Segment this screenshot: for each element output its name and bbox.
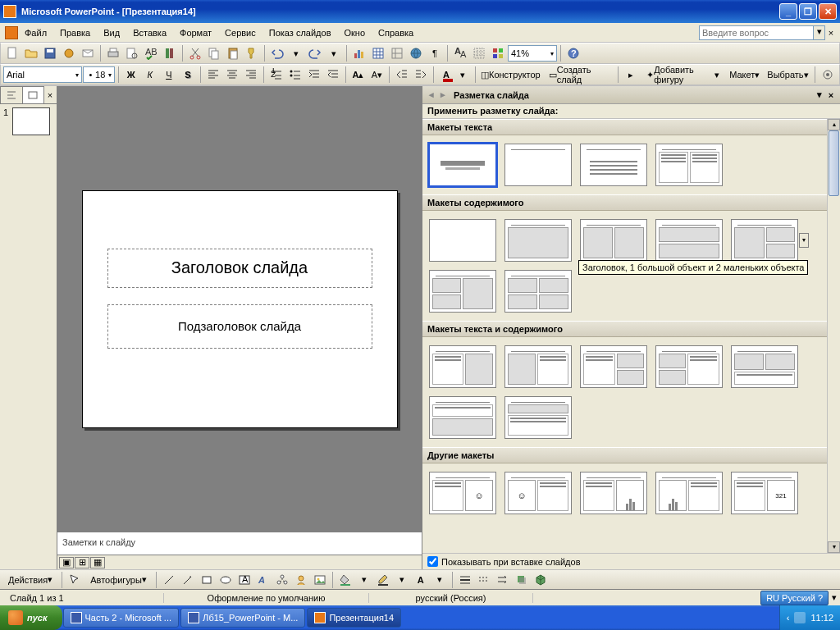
help-question-dropdown[interactable]: ▾ <box>814 25 825 40</box>
shadow-style-icon[interactable] <box>513 571 531 589</box>
research-icon[interactable] <box>161 44 179 62</box>
undo-dropdown[interactable]: ▾ <box>287 44 305 62</box>
add-shape-button[interactable]: ✦ Добавить фигуру ▾ <box>641 66 725 84</box>
layout-title-only[interactable] <box>504 144 572 186</box>
slide[interactable]: Заголовок слайда Подзаголовок слайда <box>82 190 398 428</box>
outline-tab[interactable] <box>0 86 23 103</box>
pointer-icon[interactable] <box>66 571 84 589</box>
gear-icon[interactable] <box>819 66 837 84</box>
bullets-button[interactable] <box>286 66 304 84</box>
undo-icon[interactable] <box>268 44 286 62</box>
clipart-icon[interactable] <box>292 571 310 589</box>
scroll-up-button[interactable]: ▴ <box>828 119 840 130</box>
copy-icon[interactable] <box>205 44 223 62</box>
tray-icon[interactable] <box>794 612 806 623</box>
layout-clipart-text[interactable]: ☺ <box>504 472 572 514</box>
toolbar-overflow[interactable]: ▸ <box>622 66 640 84</box>
line-icon[interactable] <box>160 571 178 589</box>
layout-2content-text[interactable] <box>655 345 723 388</box>
show-hide-icon[interactable]: ¶ <box>426 44 444 62</box>
subtitle-placeholder[interactable]: Подзаголовок слайда <box>107 304 372 349</box>
title-placeholder[interactable]: Заголовок слайда <box>107 249 372 288</box>
sorter-view-button[interactable]: ⊞ <box>75 557 89 568</box>
layout-text-chart[interactable] <box>580 472 647 514</box>
3d-style-icon[interactable] <box>532 571 550 589</box>
layout-text-media[interactable]: 321 <box>731 472 798 514</box>
autoshapes-menu[interactable]: Автофигуры ▾ <box>84 571 153 589</box>
help-question-box[interactable]: ▾ <box>699 25 825 40</box>
clock[interactable]: 11:12 <box>810 613 833 623</box>
show-grid-icon[interactable] <box>470 44 488 62</box>
layout-two-col-text[interactable] <box>655 144 723 186</box>
close-button[interactable]: ✕ <box>819 3 837 20</box>
document-icon[interactable] <box>5 26 18 39</box>
align-center-button[interactable] <box>223 66 241 84</box>
menu-slideshow[interactable]: Показ слайдов <box>262 26 338 39</box>
wordart-icon[interactable]: A <box>254 571 272 589</box>
line-style-icon[interactable] <box>456 571 474 589</box>
bold-button[interactable]: Ж <box>122 66 140 84</box>
rectangle-icon[interactable] <box>198 571 216 589</box>
spellcheck-icon[interactable]: ABC <box>142 44 160 62</box>
taskpane-forward-button[interactable]: ▸ <box>437 89 449 100</box>
tables-borders-icon[interactable] <box>388 44 406 62</box>
permission-icon[interactable] <box>60 44 78 62</box>
new-slide-button[interactable]: ▭ Создать слайд <box>543 66 615 84</box>
text-color-icon[interactable]: A <box>412 571 430 589</box>
text-color-dropdown[interactable]: ▾ <box>431 571 449 589</box>
redo-dropdown[interactable]: ▾ <box>325 44 343 62</box>
increase-indent-button[interactable] <box>305 66 323 84</box>
layout-content-over-text[interactable] <box>429 396 496 439</box>
line-color-dropdown[interactable]: ▾ <box>393 571 411 589</box>
menu-window[interactable]: Окно <box>338 26 372 39</box>
taskpane-back-button[interactable]: ◂ <box>426 89 437 100</box>
menu-view[interactable]: Вид <box>97 26 126 39</box>
start-button[interactable]: пуск <box>0 605 62 630</box>
slides-tab[interactable] <box>22 86 45 103</box>
layout-dropdown-button[interactable]: Макет ▾ <box>726 66 764 84</box>
align-right-button[interactable] <box>242 66 260 84</box>
table-icon[interactable] <box>369 44 387 62</box>
scroll-down-button[interactable]: ▾ <box>828 541 840 553</box>
color-icon[interactable] <box>489 44 507 62</box>
fill-color-icon[interactable] <box>336 571 354 589</box>
layout-text-over-content[interactable] <box>731 345 798 388</box>
format-painter-icon[interactable] <box>243 44 261 62</box>
hyperlink-icon[interactable] <box>407 44 425 62</box>
picture-icon[interactable] <box>311 571 329 589</box>
menu-edit[interactable]: Правка <box>53 26 97 39</box>
increase-font-button[interactable]: A▴ <box>349 66 367 84</box>
line-color-icon[interactable] <box>374 571 392 589</box>
help-question-input[interactable] <box>699 25 814 40</box>
dash-style-icon[interactable] <box>475 571 493 589</box>
font-select[interactable]: Arial▾ <box>3 66 82 83</box>
paste-icon[interactable] <box>224 44 242 62</box>
menu-format[interactable]: Формат <box>173 26 218 39</box>
taskbar-item-2[interactable]: Лб15_PowerPoint - M... <box>180 608 305 628</box>
increase-indent2-button[interactable] <box>412 66 430 84</box>
menubar-close-doc[interactable]: × <box>825 28 837 38</box>
notes-pane[interactable]: Заметки к слайду <box>57 532 422 555</box>
decrease-indent-button[interactable] <box>324 66 342 84</box>
slideshow-view-button[interactable]: ▦ <box>90 557 105 568</box>
designer-button[interactable]: ◫ Конструктор <box>479 66 542 84</box>
email-icon[interactable] <box>79 44 97 62</box>
print-icon[interactable] <box>104 44 122 62</box>
taskpane-close-button[interactable]: × <box>825 90 837 100</box>
taskbar-item-1[interactable]: Часть 2 - Microsoft ... <box>63 608 180 628</box>
chevron-down-icon[interactable]: ▾ <box>832 592 837 603</box>
diagram-icon[interactable] <box>273 571 291 589</box>
taskpane-dropdown[interactable]: ▾ <box>814 89 825 100</box>
fill-color-dropdown[interactable]: ▾ <box>355 571 373 589</box>
system-tray[interactable]: ‹ 11:12 <box>779 605 840 630</box>
numbering-button[interactable]: 12 <box>267 66 285 84</box>
arrow-icon[interactable] <box>179 571 197 589</box>
layout-text-2content[interactable] <box>580 345 647 388</box>
grid-icon[interactable]: AA <box>451 44 469 62</box>
preview-icon[interactable] <box>123 44 141 62</box>
select-dropdown-button[interactable]: Выбрать ▾ <box>765 66 811 84</box>
taskpane-scrollbar[interactable]: ▴ ▾ <box>827 119 840 553</box>
layout-content-text[interactable] <box>504 345 572 388</box>
layout-blank[interactable] <box>429 219 496 262</box>
taskbar-item-3[interactable]: Презентация14 <box>307 608 401 628</box>
